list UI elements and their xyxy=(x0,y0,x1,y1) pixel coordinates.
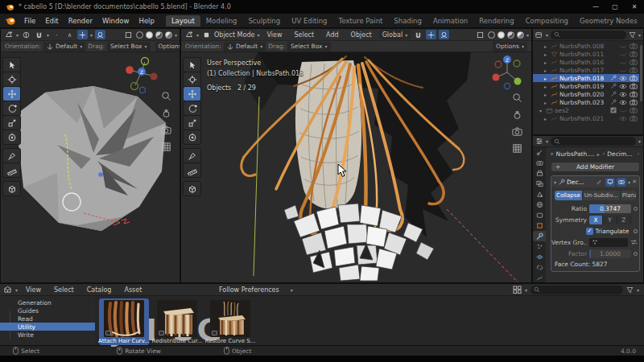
expand-icon[interactable]: ▸ xyxy=(544,116,549,121)
orientation-dropdown[interactable]: Default ▾ xyxy=(43,42,85,51)
tab-layout[interactable]: Layout xyxy=(166,15,200,27)
pin-icon[interactable] xyxy=(637,150,640,158)
hide-eye-closed-icon[interactable] xyxy=(619,43,627,49)
filter-icon[interactable] xyxy=(626,286,634,294)
expand-icon[interactable]: ▸ xyxy=(544,68,549,73)
drag-dropdown[interactable]: Select Box ▾ xyxy=(287,42,330,51)
factor-slider[interactable]: 1.0000 xyxy=(589,249,631,258)
tool-add-primitive[interactable] xyxy=(184,182,200,195)
overlays-toggle-icon[interactable] xyxy=(95,30,105,39)
ortho-grid-icon[interactable] xyxy=(160,141,172,153)
extras-dropdown-icon[interactable]: ▾ xyxy=(628,179,630,185)
tool-scale[interactable] xyxy=(184,116,200,130)
axis-x-button[interactable]: X xyxy=(589,216,603,224)
menu-render[interactable]: Render xyxy=(64,15,97,27)
breadcrumb-object[interactable]: NurbsPath.... xyxy=(556,150,595,158)
render-toggle-icon[interactable] xyxy=(617,178,626,187)
editor-type-3dviewport-icon[interactable] xyxy=(184,30,194,39)
outliner-row[interactable]: ▸ NurbsPath.016 xyxy=(533,58,639,66)
render-camera-icon[interactable] xyxy=(630,83,638,89)
tool-select-box[interactable] xyxy=(3,58,20,72)
transform-orientation-icon[interactable] xyxy=(21,30,31,39)
axis-z-button[interactable]: Z xyxy=(617,216,631,224)
outliner-row[interactable]: ▸ NurbsPath.020 xyxy=(533,90,639,98)
tab-modifiers[interactable] xyxy=(533,231,546,241)
menu-file[interactable]: File xyxy=(19,15,40,27)
tab-planar[interactable]: Planar xyxy=(621,191,636,200)
breadcrumb-modifier[interactable]: Decim... xyxy=(607,150,632,158)
blender-logo-icon[interactable] xyxy=(4,16,16,26)
filter-icon[interactable] xyxy=(629,31,636,39)
menu-asset[interactable]: Asset xyxy=(119,285,147,295)
xray-toggle-icon[interactable] xyxy=(123,30,134,39)
asset-card[interactable]: Restore Curve S... xyxy=(205,298,255,345)
navigation-gizmo[interactable]: Z xyxy=(123,56,159,93)
shading-rendered-icon[interactable] xyxy=(165,31,172,39)
shading-wireframe-icon[interactable] xyxy=(488,31,495,39)
render-camera-icon[interactable] xyxy=(630,51,638,57)
keyframe-dot-icon[interactable] xyxy=(634,252,638,256)
hide-eye-closed-icon[interactable] xyxy=(619,51,627,57)
asset-search-input[interactable] xyxy=(530,286,623,294)
tool-transform[interactable] xyxy=(184,130,200,144)
expand-icon[interactable]: ▸ xyxy=(544,92,549,97)
expand-icon[interactable]: ▸ xyxy=(544,100,549,105)
tab-animation[interactable]: Animation xyxy=(427,15,473,27)
tab-scene[interactable] xyxy=(533,189,546,200)
outliner-row[interactable]: ▸ NurbsPath.011 xyxy=(533,50,639,58)
viewport-secondary[interactable]: ▾ ▾ · ∧ ▾ ▾ Orientation: Default ▾ Drag xyxy=(0,28,180,283)
tab-tool[interactable] xyxy=(533,147,546,158)
modifier-name-field[interactable]: Dec... xyxy=(567,179,584,186)
tab-world[interactable] xyxy=(533,200,546,210)
pan-hand-icon[interactable] xyxy=(160,107,172,119)
outliner-collection-row[interactable]: ▾ oes2 xyxy=(533,106,639,114)
shading-wireframe-icon[interactable] xyxy=(136,31,143,39)
menu-edit[interactable]: Edit xyxy=(40,15,63,27)
menu-select[interactable]: Select xyxy=(49,285,79,295)
menu-add[interactable]: Add xyxy=(321,30,344,40)
tab-physics[interactable] xyxy=(533,252,546,262)
display-grid-icon[interactable] xyxy=(513,286,522,294)
add-modifier-button[interactable]: + Add Modifier xyxy=(551,162,640,172)
drag-dropdown[interactable]: Select Box ▾ xyxy=(107,42,150,51)
collection-checkbox-icon[interactable] xyxy=(610,107,617,113)
orientation-dropdown[interactable]: Default ▾ xyxy=(224,42,266,51)
outliner-scrollbar[interactable] xyxy=(640,45,642,101)
menu-object[interactable]: Object xyxy=(346,30,377,40)
expand-icon[interactable]: ▸ xyxy=(544,76,549,81)
tab-particles[interactable] xyxy=(533,241,546,252)
outliner-row[interactable]: ▸ NurbsPath.008 xyxy=(533,42,639,50)
hide-eye-closed-icon[interactable] xyxy=(619,60,627,65)
tab-compositing[interactable]: Compositing xyxy=(520,15,574,27)
tool-rotate[interactable] xyxy=(184,101,200,115)
outliner-row[interactable]: ▸ NurbsPath.019 xyxy=(533,82,639,90)
properties-search-input[interactable] xyxy=(551,137,636,146)
tab-unsubdivide[interactable]: Un-Subdiv... xyxy=(583,191,621,200)
menu-view[interactable]: View xyxy=(21,285,46,295)
xray-toggle-icon[interactable] xyxy=(475,30,485,39)
close-modifier-icon[interactable]: ✕ xyxy=(632,179,637,185)
display-mode-icon[interactable] xyxy=(535,31,543,39)
import-method-dropdown[interactable]: Follow Preferences ▾ xyxy=(219,286,293,294)
tool-select-box[interactable] xyxy=(184,58,200,72)
camera-view-icon[interactable] xyxy=(511,125,523,138)
shading-rendered-icon[interactable] xyxy=(517,31,524,39)
tool-measure[interactable] xyxy=(184,163,200,177)
shading-material-icon[interactable] xyxy=(507,31,514,39)
tab-uv-editing[interactable]: UV Editing xyxy=(286,15,332,27)
catalog-generation[interactable]: Generation xyxy=(0,298,95,306)
tab-shading[interactable]: Shading xyxy=(388,15,427,27)
pan-hand-icon[interactable] xyxy=(511,109,523,121)
axis-y-button[interactable]: Y xyxy=(603,216,617,224)
menu-view[interactable]: View xyxy=(262,30,287,40)
snap-magnet-icon[interactable] xyxy=(413,30,423,39)
tab-texture-paint[interactable]: Texture Paint xyxy=(333,15,389,27)
tab-modeling[interactable]: Modeling xyxy=(200,15,243,27)
tab-sculpting[interactable]: Sculpting xyxy=(242,15,286,27)
visibility-eye-icon[interactable] xyxy=(619,76,627,81)
gizmo-toggle-icon[interactable] xyxy=(77,30,88,39)
tab-output[interactable] xyxy=(533,168,546,179)
asset-card[interactable]: Redistribute Cur... xyxy=(152,298,202,345)
outliner-row-active[interactable]: ▸ NurbsPath.018 xyxy=(533,74,639,82)
outliner-row[interactable]: ▸ NurbsPath.023 xyxy=(533,98,639,106)
